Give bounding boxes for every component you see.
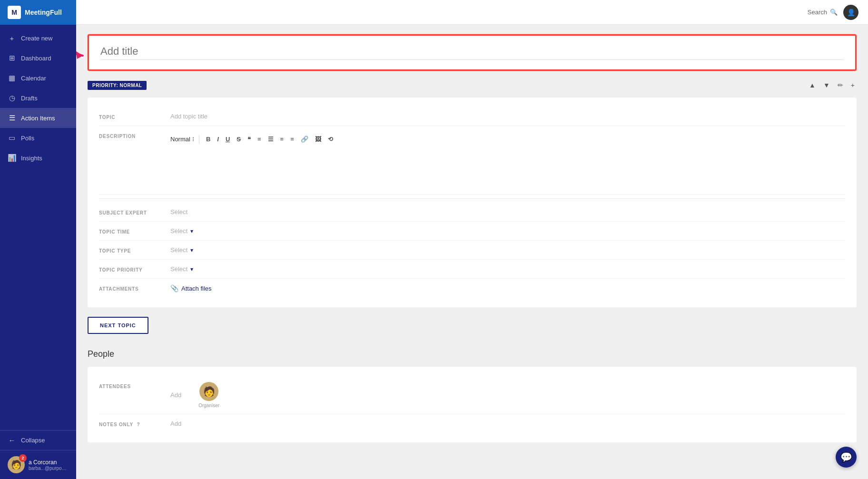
sidebar-item-polls[interactable]: ▭ Polls	[0, 128, 76, 148]
sidebar-item-calendar[interactable]: ▦ Calendar	[0, 68, 76, 88]
editor-toolbar: Normal ⁝ B I U S ❝ ≡ ☰ ≡ ≡ 🔗	[170, 132, 335, 147]
bold-button[interactable]: B	[204, 135, 212, 144]
action-items-icon: ☰	[8, 114, 16, 122]
topic-type-select[interactable]: Select ▾	[170, 246, 193, 254]
sidebar-item-insights[interactable]: 📊 Insights	[0, 148, 76, 168]
topic-time-value: Select	[170, 227, 187, 235]
topic-time-label: TOPIC TIME	[99, 227, 161, 235]
chevron-down-icon: ▾	[190, 266, 193, 273]
user-email: barba...@purpome.c...	[29, 466, 69, 471]
sidebar-item-label: Calendar	[21, 75, 46, 82]
add-button[interactable]: +	[849, 80, 857, 90]
up-button[interactable]: ▲	[807, 80, 818, 90]
topic-priority-select[interactable]: Select ▾	[170, 265, 193, 273]
edit-button[interactable]: ✏	[836, 80, 845, 90]
description-label: DESCRIPTION	[99, 132, 161, 139]
organizer-wrap: 🧑 Organiser	[198, 382, 219, 408]
notes-only-tooltip-icon: ?	[137, 422, 140, 427]
collapse-icon: ←	[8, 436, 16, 444]
people-form-card: ATTENDEES Add 🧑 Organiser NOTES ONLY ?	[88, 367, 857, 442]
form-row-description: DESCRIPTION Normal ⁝ B I U S ❝ ≡ ☰	[99, 126, 845, 195]
topic-priority-label: TOPIC PRIORITY	[99, 265, 161, 273]
sidebar-item-label: Insights	[21, 155, 42, 162]
sidebar: M MeetingFull + Create new ⊞ Dashboard ▦…	[0, 0, 76, 479]
sidebar-item-drafts[interactable]: ◷ Drafts	[0, 88, 76, 108]
image-button[interactable]: 🖼	[313, 135, 323, 144]
form-card: TOPIC Add topic title DESCRIPTION Normal…	[88, 98, 857, 307]
form-row-attachments: ATTACHMENTS 📎 Attach files	[99, 279, 845, 298]
chat-icon: 💬	[840, 451, 852, 463]
organizer-avatar: 🧑	[199, 382, 218, 401]
sidebar-item-dashboard[interactable]: ⊞ Dashboard	[0, 48, 76, 68]
sidebar-item-collapse[interactable]: ← Collapse	[0, 430, 76, 450]
svg-marker-0	[76, 51, 83, 59]
form-row-topic: TOPIC Add topic title	[99, 107, 845, 126]
code-button[interactable]: ⟲	[326, 135, 335, 144]
priority-actions: ▲ ▼ ✏ +	[807, 80, 857, 90]
form-row-topic-type: TOPIC TYPE Select ▾	[99, 241, 845, 260]
underline-button[interactable]: U	[224, 135, 232, 144]
topbar-avatar[interactable]: 👤	[843, 5, 858, 20]
people-section-title: People	[88, 349, 857, 359]
user-profile[interactable]: 🧑 2 a Corcoran barba...@purpome.c...	[8, 456, 69, 473]
notes-only-add[interactable]: Add	[170, 420, 181, 427]
attach-files-button[interactable]: 📎 Attach files	[170, 284, 212, 292]
search-bar[interactable]: Search 🔍	[808, 9, 838, 16]
topic-type-value: Select	[170, 246, 187, 254]
title-input[interactable]	[100, 45, 844, 58]
form-row-subject-expert: SUBJECT EXPERT Select	[99, 203, 845, 222]
chevron-down-icon: ▾	[190, 228, 193, 235]
polls-icon: ▭	[8, 134, 16, 142]
blockquote-button[interactable]: ❝	[246, 135, 253, 144]
align-center-button[interactable]: ≡	[278, 135, 286, 144]
dashboard-icon: ⊞	[8, 54, 16, 62]
align-left-button[interactable]: ☰	[266, 135, 276, 144]
description-editor-body[interactable]	[99, 160, 845, 188]
attendees-area: Add 🧑 Organiser	[170, 382, 845, 408]
toolbar-divider	[199, 135, 199, 144]
title-section	[88, 34, 857, 71]
form-row-attendees: ATTENDEES Add 🧑 Organiser	[99, 376, 845, 414]
form-row-topic-time: TOPIC TIME Select ▾	[99, 222, 845, 241]
topic-type-label: TOPIC TYPE	[99, 246, 161, 254]
strikethrough-button[interactable]: S	[235, 135, 243, 144]
align-right-button[interactable]: ≡	[288, 135, 296, 144]
insights-icon: 📊	[8, 154, 16, 162]
attach-icon: 📎	[170, 284, 178, 292]
format-select-icon: ⁝	[192, 136, 194, 143]
topic-priority-value: Select	[170, 265, 187, 273]
italic-button[interactable]: I	[215, 135, 221, 144]
attachments-label: ATTACHMENTS	[99, 284, 161, 292]
down-button[interactable]: ▼	[821, 80, 832, 90]
form-row-notes-only: NOTES ONLY ? Add	[99, 414, 845, 433]
sidebar-item-label: Polls	[21, 135, 34, 142]
form-row-topic-priority: TOPIC PRIORITY Select ▾	[99, 260, 845, 279]
calendar-icon: ▦	[8, 74, 16, 82]
sidebar-item-label: Dashboard	[21, 55, 51, 62]
priority-bar: PRIORITY: NORMAL ▲ ▼ ✏ +	[88, 80, 857, 90]
app-name: MeetingFull	[25, 9, 62, 16]
list-button[interactable]: ≡	[256, 135, 263, 144]
organizer-label: Organiser	[198, 403, 219, 408]
format-select[interactable]: Normal ⁝	[170, 136, 194, 143]
attendees-add[interactable]: Add	[170, 391, 181, 399]
sidebar-item-create-new[interactable]: + Create new	[0, 29, 76, 48]
priority-badge: PRIORITY: NORMAL	[88, 81, 147, 90]
next-topic-button[interactable]: NEXT TOPIC	[88, 317, 148, 334]
attendees-label: ATTENDEES	[99, 382, 161, 389]
sidebar-item-label: Create new	[21, 35, 52, 42]
subject-expert-value[interactable]: Select	[170, 208, 845, 215]
topic-value[interactable]: Add topic title	[170, 113, 845, 120]
title-input-wrapper	[88, 34, 857, 71]
chat-button[interactable]: 💬	[836, 447, 857, 468]
logo-icon: M	[8, 6, 21, 19]
content-area: PRIORITY: NORMAL ▲ ▼ ✏ + TOPIC Add topic…	[76, 25, 868, 479]
topic-time-select[interactable]: Select ▾	[170, 227, 193, 235]
user-profile-section: 🧑 2 a Corcoran barba...@purpome.c...	[0, 450, 76, 479]
link-button[interactable]: 🔗	[299, 135, 310, 144]
subject-expert-label: SUBJECT EXPERT	[99, 208, 161, 215]
main-area: Search 🔍 👤 PRIORITY: NORMAL ▲	[76, 0, 868, 479]
sidebar-item-label: Drafts	[21, 95, 38, 102]
sidebar-item-action-items[interactable]: ☰ Action Items	[0, 108, 76, 128]
app-logo[interactable]: M MeetingFull	[0, 0, 76, 25]
